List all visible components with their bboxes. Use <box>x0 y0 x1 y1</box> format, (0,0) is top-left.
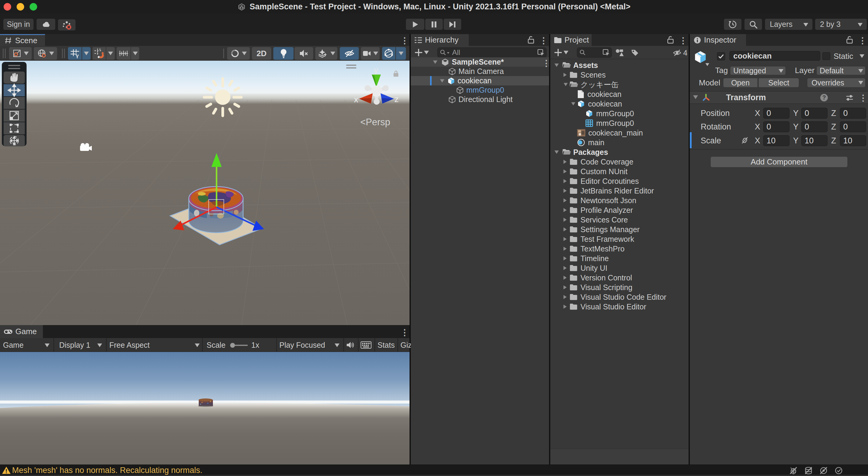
svg-text:z: z <box>395 94 399 104</box>
svg-text:x: x <box>354 95 358 104</box>
svg-text:Y: Y <box>75 54 79 59</box>
svg-text:<Persp: <Persp <box>360 117 390 127</box>
svg-text:y: y <box>374 65 378 74</box>
svg-text:4: 4 <box>683 49 687 57</box>
